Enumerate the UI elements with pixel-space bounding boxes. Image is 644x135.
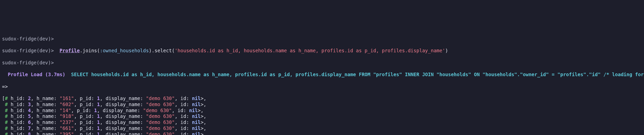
result-row: # h_id: 8, h_name: "395", p_id: 1, displ…: [2, 131, 642, 135]
result-row: # h_id: 6, h_name: "237", p_id: 1, displ…: [2, 119, 642, 125]
result-row: # h_id: 7, h_name: "661", p_id: 1, displ…: [2, 125, 642, 131]
line-prompt-empty-1: sudox-fridge(dev)>: [2, 36, 642, 42]
line-arrow: =>: [2, 84, 642, 90]
result-row: # h_id: 3, h_name: "602", p_id: 1, displ…: [2, 102, 642, 108]
result-row: [# h_id: 2, h_name: "161", p_id: 1, disp…: [2, 96, 642, 102]
result-row: # h_id: 4, h_name: "14", p_id: 1, displa…: [2, 108, 642, 114]
result-row: # h_id: 5, h_name: "918", p_id: 1, displ…: [2, 113, 642, 119]
line-sql: Profile Load (3.7ms) SELECT households.i…: [2, 72, 642, 78]
line-input: sudox-fridge(dev)> Profile.joins(:owned_…: [2, 48, 642, 54]
result-array: [# h_id: 2, h_name: "161", p_id: 1, disp…: [2, 96, 642, 135]
line-prompt-empty-2: sudox-fridge(dev)>: [2, 60, 642, 66]
terminal-output[interactable]: { "prompt": "sudox-fridge(dev)>", "input…: [0, 12, 644, 135]
